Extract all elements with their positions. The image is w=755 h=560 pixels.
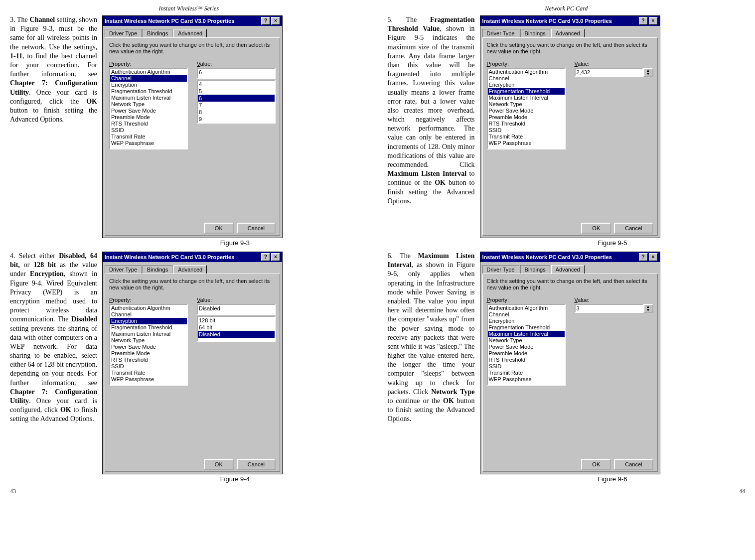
figure-9-6: Instant Wireless Network PC Card V3.0 Pr… xyxy=(480,252,746,483)
step-4-text: 4. Select either Disabled, 64 bit, or 12… xyxy=(10,252,97,483)
value-list[interactable]: 128 bit 64 bit Disabled xyxy=(197,316,276,342)
list-item[interactable]: Maximum Listen Interval xyxy=(110,95,187,101)
ok-button[interactable]: OK xyxy=(204,223,234,234)
step-3-text: 3. The Channel setting, shown in Figure … xyxy=(10,15,97,247)
dialog-9-4: Instant Wireless Network PC Card V3.0 Pr… xyxy=(102,252,283,474)
close-icon[interactable]: × xyxy=(649,17,658,25)
ok-button[interactable]: OK xyxy=(204,459,234,470)
step-6-text: 6. The Maximum Listen Interval, as shown… xyxy=(388,252,475,483)
figure-9-3: Instant Wireless Network PC Card V3.0 Pr… xyxy=(102,15,368,247)
close-icon[interactable]: × xyxy=(271,17,280,25)
list-item[interactable]: Power Save Mode xyxy=(110,108,187,114)
list-item[interactable]: Channel xyxy=(110,75,187,82)
list-item[interactable]: Fragmentation Threshold xyxy=(110,88,187,95)
spinner-icon[interactable]: ▲▼ xyxy=(643,304,653,313)
list-item[interactable]: Preamble Mode xyxy=(110,114,187,121)
caption-9-6: Figure 9-6 xyxy=(480,475,746,483)
header-left: Instant Wireless™ Series xyxy=(10,5,368,12)
caption-9-4: Figure 9-4 xyxy=(102,475,368,483)
property-list[interactable]: Authentication Algorithm Channel Encrypt… xyxy=(487,304,566,386)
cancel-button[interactable]: Cancel xyxy=(614,459,653,470)
help-icon[interactable]: ? xyxy=(639,17,648,25)
dialog-9-3: Instant Wireless Network PC Card V3.0 Pr… xyxy=(102,15,283,238)
property-list[interactable]: Authentication Algorithm Channel Encrypt… xyxy=(109,304,188,386)
close-icon[interactable]: × xyxy=(649,253,658,261)
help-icon[interactable]: ? xyxy=(261,253,270,261)
list-item[interactable]: WEP Passphrase xyxy=(110,140,187,146)
figure-9-4: Instant Wireless Network PC Card V3.0 Pr… xyxy=(102,252,368,483)
list-item[interactable]: RTS Threshold xyxy=(110,121,187,127)
list-item[interactable]: SSID xyxy=(110,127,187,134)
tab-advanced[interactable]: Advanced xyxy=(173,29,207,37)
value-field[interactable]: 3 xyxy=(575,304,643,313)
dialog-title: Instant Wireless Network PC Card V3.0 Pr… xyxy=(105,18,260,24)
page-number-left: 43 xyxy=(10,488,368,495)
value-field[interactable]: 6 xyxy=(197,68,276,79)
cancel-button[interactable]: Cancel xyxy=(237,459,276,470)
cancel-button[interactable]: Cancel xyxy=(237,223,276,234)
list-item[interactable]: Encryption xyxy=(110,82,187,88)
property-list[interactable]: Authentication Algorithm Channel Encrypt… xyxy=(487,68,566,149)
dialog-9-5: Instant Wireless Network PC Card V3.0 Pr… xyxy=(480,15,660,238)
list-item[interactable]: Network Type xyxy=(110,101,187,108)
ok-button[interactable]: OK xyxy=(581,459,611,470)
help-icon[interactable]: ? xyxy=(639,253,648,261)
property-list[interactable]: Authentication Algorithm Channel Encrypt… xyxy=(109,68,188,149)
figure-9-5: Instant Wireless Network PC Card V3.0 Pr… xyxy=(480,15,746,247)
caption-9-5: Figure 9-5 xyxy=(480,239,746,247)
list-item[interactable]: Authentication Algorithm xyxy=(110,69,187,75)
ok-button[interactable]: OK xyxy=(581,223,611,234)
caption-9-3: Figure 9-3 xyxy=(102,239,368,247)
value-field[interactable]: Disabled xyxy=(197,304,276,315)
tab-bindings[interactable]: Bindings xyxy=(143,29,172,37)
cancel-button[interactable]: Cancel xyxy=(614,223,653,234)
spinner-icon[interactable]: ▲▼ xyxy=(643,68,653,77)
dialog-9-6: Instant Wireless Network PC Card V3.0 Pr… xyxy=(480,252,660,474)
step-5-text: 5. The Fragmentation Threshold Value, sh… xyxy=(388,15,475,247)
instruction-text: Click the setting you want to change on … xyxy=(109,42,276,55)
list-item[interactable]: Transmit Rate xyxy=(110,134,187,140)
tab-driver-type[interactable]: Driver Type xyxy=(105,29,142,37)
value-field[interactable]: 2,432 xyxy=(575,68,643,77)
close-icon[interactable]: × xyxy=(271,253,280,261)
value-list[interactable]: 4 5 6 7 8 9 xyxy=(197,80,276,124)
page-number-right: 44 xyxy=(388,488,746,495)
value-label: Value: xyxy=(197,61,276,67)
help-icon[interactable]: ? xyxy=(261,17,270,25)
property-label: Property: xyxy=(109,61,188,67)
header-right: Network PC Card xyxy=(388,5,746,12)
